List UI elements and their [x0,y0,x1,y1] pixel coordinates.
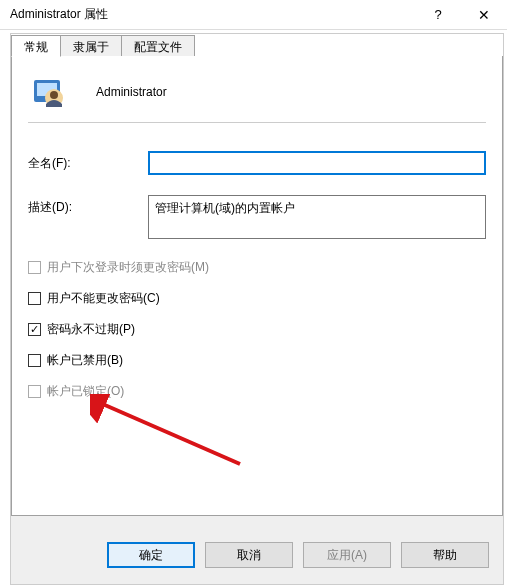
checkbox-icon [28,261,41,274]
tab-memberof[interactable]: 隶属于 [60,35,122,57]
title-bar: Administrator 属性 ? ✕ [0,0,507,30]
help-button[interactable]: 帮助 [401,542,489,568]
divider [28,122,486,123]
check-cannot-change-label: 用户不能更改密码(C) [47,290,160,307]
user-header: Administrator [28,74,486,110]
check-account-locked-label: 帐户已锁定(O) [47,383,124,400]
tab-general[interactable]: 常规 [11,35,61,57]
user-name-label: Administrator [96,85,167,99]
checkbox-group: 用户下次登录时须更改密码(M) 用户不能更改密码(C) 密码永不过期(P) 帐户… [28,259,486,400]
svg-line-4 [98,402,240,464]
check-account-locked: 帐户已锁定(O) [28,383,486,400]
check-never-expire[interactable]: 密码永不过期(P) [28,321,486,338]
checkbox-icon [28,323,41,336]
fullname-label: 全名(F): [28,151,148,172]
check-must-change: 用户下次登录时须更改密码(M) [28,259,486,276]
checkbox-icon [28,385,41,398]
apply-button[interactable]: 应用(A) [303,542,391,568]
checkbox-icon [28,292,41,305]
user-icon [32,74,68,110]
tab-panel-general: Administrator 全名(F): 描述(D): 用户下次登录时须更改密码… [11,56,503,516]
dialog-content: 常规 隶属于 配置文件 Administrator 全名(F): 描述(D): [10,33,504,585]
checkbox-icon [28,354,41,367]
tab-strip: 常规 隶属于 配置文件 [11,34,503,57]
description-label: 描述(D): [28,195,148,216]
arrow-annotation-icon [90,394,250,474]
button-bar: 确定 取消 应用(A) 帮助 [107,542,489,568]
check-account-disabled-label: 帐户已禁用(B) [47,352,123,369]
fullname-row: 全名(F): [28,151,486,175]
check-cannot-change[interactable]: 用户不能更改密码(C) [28,290,486,307]
description-row: 描述(D): [28,195,486,239]
window-title: Administrator 属性 [10,6,415,23]
fullname-input[interactable] [148,151,486,175]
close-button[interactable]: ✕ [461,0,507,30]
check-account-disabled[interactable]: 帐户已禁用(B) [28,352,486,369]
cancel-button[interactable]: 取消 [205,542,293,568]
tab-profile[interactable]: 配置文件 [121,35,195,57]
svg-point-3 [50,91,58,99]
description-input[interactable] [148,195,486,239]
help-button[interactable]: ? [415,0,461,30]
ok-button[interactable]: 确定 [107,542,195,568]
check-never-expire-label: 密码永不过期(P) [47,321,135,338]
check-must-change-label: 用户下次登录时须更改密码(M) [47,259,209,276]
